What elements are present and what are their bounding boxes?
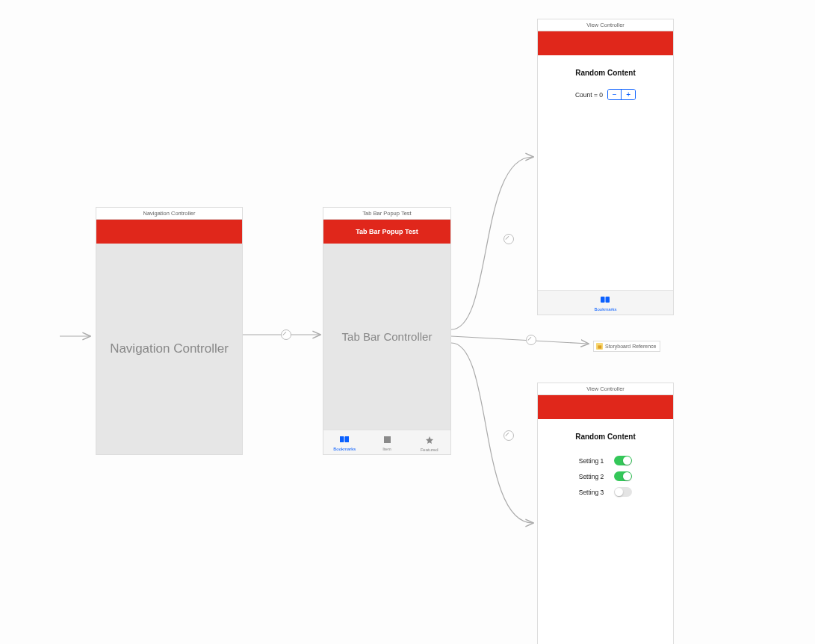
count-row: Count = 0 − + xyxy=(575,89,636,100)
scene-view-controller-bottom[interactable]: View Controller Random Content Setting 1… xyxy=(537,383,674,644)
placeholder-label: Tab Bar Controller xyxy=(323,244,450,430)
scene-tab-bar-controller[interactable]: Tab Bar Popup Test Tab Bar Popup Test Ta… xyxy=(323,207,451,455)
navbar xyxy=(96,220,242,244)
scene-view-controller-top[interactable]: View Controller Random Content Count = 0… xyxy=(537,19,674,315)
svg-rect-3 xyxy=(601,297,605,303)
segue-tab-to-vc-top[interactable] xyxy=(503,234,514,244)
scene-title: View Controller xyxy=(537,19,674,31)
setting-label: Setting 1 xyxy=(579,457,604,465)
tab-featured[interactable]: Featured xyxy=(408,436,450,452)
svg-rect-1 xyxy=(345,436,350,442)
svg-rect-0 xyxy=(340,436,344,442)
placeholder-label: Navigation Controller xyxy=(96,244,242,454)
navbar-title: Tab Bar Popup Test xyxy=(323,220,450,244)
stepper-minus[interactable]: − xyxy=(608,90,622,99)
tab-label: Bookmarks xyxy=(594,307,616,312)
random-content-heading: Random Content xyxy=(575,433,636,441)
navbar xyxy=(538,395,673,419)
stepper-plus[interactable]: + xyxy=(622,90,635,99)
count-label: Count = 0 xyxy=(575,91,603,99)
setting-row-3: Setting 3 xyxy=(545,487,666,497)
scene-title: View Controller xyxy=(537,383,674,395)
switch-setting-2[interactable] xyxy=(614,471,632,481)
count-stepper[interactable]: − + xyxy=(607,89,636,100)
svg-rect-2 xyxy=(384,436,391,443)
tab-label: Featured xyxy=(421,448,439,452)
square-icon xyxy=(383,436,391,445)
bookmarks-icon xyxy=(339,436,350,445)
star-icon xyxy=(425,436,434,446)
random-content-heading: Random Content xyxy=(575,69,636,77)
storyboard-icon: ▦ xyxy=(596,343,603,350)
bookmarks-icon xyxy=(600,296,610,306)
navbar xyxy=(538,31,673,55)
tabbar: Bookmarks xyxy=(538,290,673,315)
setting-label: Setting 3 xyxy=(579,489,604,496)
tab-label: Bookmarks xyxy=(333,447,356,451)
tab-bookmarks[interactable]: Bookmarks xyxy=(594,296,616,312)
tab-label: Item xyxy=(382,447,391,451)
setting-label: Setting 2 xyxy=(579,473,604,480)
segue-nav-to-tab[interactable] xyxy=(281,329,291,340)
scene-title: Navigation Controller xyxy=(96,207,243,220)
switch-setting-3[interactable] xyxy=(614,487,632,497)
scene-navigation-controller[interactable]: Navigation Controller Navigation Control… xyxy=(96,207,243,455)
content-area: Random Content Setting 1 Setting 2 Setti… xyxy=(538,419,673,644)
setting-row-2: Setting 2 xyxy=(545,471,666,481)
tab-bookmarks[interactable]: Bookmarks xyxy=(323,436,366,451)
tabbar: Bookmarks Item Featured xyxy=(323,430,450,454)
storyboard-reference-label: Storyboard Reference xyxy=(605,344,656,349)
switch-setting-1[interactable] xyxy=(614,456,632,465)
setting-row-1: Setting 1 xyxy=(545,456,666,465)
segue-tab-to-storyboard-ref[interactable] xyxy=(526,335,536,345)
scene-title: Tab Bar Popup Test xyxy=(323,207,451,220)
segue-tab-to-vc-bottom[interactable] xyxy=(503,430,514,441)
tab-item[interactable]: Item xyxy=(366,436,409,451)
content-area: Random Content Count = 0 − + xyxy=(538,55,673,290)
svg-rect-4 xyxy=(606,297,610,303)
storyboard-reference[interactable]: ▦ Storyboard Reference xyxy=(593,341,660,352)
